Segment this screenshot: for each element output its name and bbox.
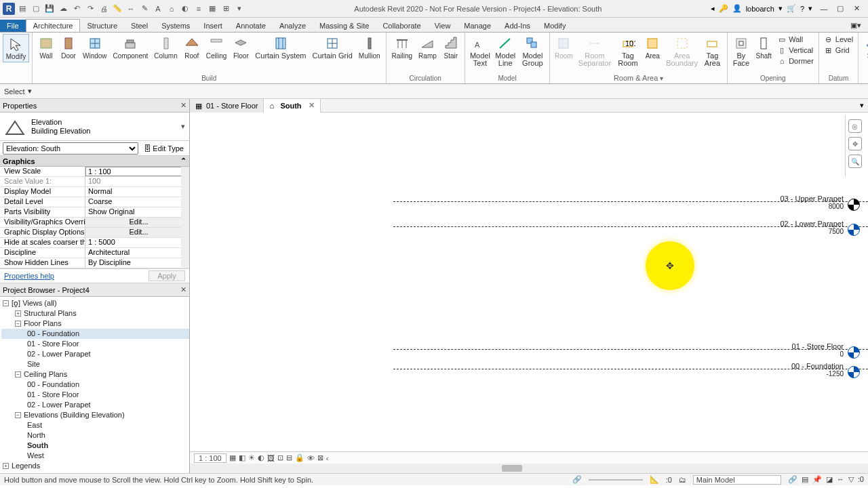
navigation-bar[interactable]: ◎ ✥ 🔍 bbox=[845, 115, 864, 176]
properties-close-icon[interactable]: ✕ bbox=[180, 101, 186, 110]
level-label[interactable]: 02 - Lower Parapet7500 bbox=[780, 220, 844, 235]
window-button[interactable]: Window bbox=[80, 34, 110, 61]
view-tab-store-floor[interactable]: ▦ 01 - Store Floor bbox=[190, 99, 264, 113]
qat-section-icon[interactable]: ◐ bbox=[179, 3, 191, 15]
tree-node[interactable]: 02 - Lower Parapet bbox=[1, 349, 189, 359]
qat-close-hidden-icon[interactable]: ▦ bbox=[206, 3, 218, 15]
select-panel[interactable]: Select▾ bbox=[0, 84, 868, 99]
prop-row[interactable]: Show Hidden LinesBy Discipline bbox=[0, 258, 189, 268]
editable-only-icon[interactable]: 📐 bbox=[650, 475, 659, 484]
tab-annotate[interactable]: Annotate bbox=[229, 20, 273, 32]
appstore-icon[interactable]: 🛒 bbox=[787, 4, 796, 13]
tree-node[interactable]: 01 - Store Floor bbox=[1, 339, 189, 349]
by-face-button[interactable]: By Face bbox=[730, 34, 752, 68]
qat-text-icon[interactable]: A bbox=[152, 3, 164, 15]
detail-level-icon[interactable]: ▦ bbox=[229, 453, 236, 462]
tree-node[interactable]: North bbox=[1, 430, 189, 441]
level-marker-icon[interactable] bbox=[848, 346, 860, 359]
help-dd-icon[interactable]: ▾ bbox=[808, 4, 812, 13]
tab-structure[interactable]: Structure bbox=[80, 20, 124, 32]
tree-node[interactable]: +Schedules/Quantities (all) bbox=[1, 471, 189, 473]
filter-icon[interactable]: ▽ bbox=[848, 475, 854, 484]
level-marker-icon[interactable] bbox=[848, 224, 860, 236]
tab-insert[interactable]: Insert bbox=[197, 20, 229, 32]
user-dd-icon[interactable]: ▾ bbox=[778, 4, 783, 13]
type-selector[interactable]: Elevation Building Elevation ▾ bbox=[0, 113, 189, 141]
properties-header[interactable]: Properties ✕ bbox=[0, 99, 189, 113]
tab-architecture[interactable]: Architecture bbox=[26, 19, 81, 32]
revit-logo-icon[interactable]: R bbox=[3, 3, 15, 15]
lock-3d-icon[interactable]: 🔒 bbox=[295, 453, 304, 462]
prop-row[interactable]: Display ModelNormal bbox=[0, 187, 189, 197]
full-nav-wheel-icon[interactable]: ◎ bbox=[848, 119, 862, 133]
maximize-button[interactable]: ▢ bbox=[833, 3, 848, 14]
tree-node[interactable]: −Floor Plans bbox=[1, 319, 189, 329]
opening-wall-button[interactable]: ▭Wall bbox=[775, 34, 816, 45]
tree-node[interactable]: 00 - Foundation bbox=[1, 380, 189, 390]
prop-category-graphics[interactable]: Graphics⌃ bbox=[0, 156, 189, 167]
select-face-icon[interactable]: ◪ bbox=[826, 475, 833, 484]
opening-vertical-button[interactable]: ▯Vertical bbox=[775, 45, 816, 56]
tag-area-button[interactable]: Tag Area bbox=[701, 34, 724, 68]
close-button[interactable]: ✕ bbox=[849, 3, 864, 14]
tree-node[interactable]: 02 - Lower Parapet bbox=[1, 400, 189, 410]
tree-node[interactable]: West bbox=[1, 451, 189, 461]
tree-node[interactable]: 01 - Store Floor bbox=[1, 390, 189, 400]
tab-steel[interactable]: Steel bbox=[124, 20, 155, 32]
qat-tag-icon[interactable]: ✎ bbox=[138, 3, 151, 15]
zoom-tool-icon[interactable]: 🔍 bbox=[848, 155, 862, 168]
qat-aligned-dim-icon[interactable]: ↔ bbox=[125, 3, 137, 15]
wall-button[interactable]: Wall bbox=[35, 34, 57, 61]
prop-row[interactable]: Graphic Display OptionsEdit... bbox=[0, 228, 189, 238]
crop-view-icon[interactable]: ⊡ bbox=[277, 453, 283, 462]
floor-button[interactable]: Floor bbox=[230, 34, 252, 61]
tab-view[interactable]: View bbox=[428, 20, 458, 32]
tab-systems[interactable]: Systems bbox=[155, 20, 197, 32]
infocenter-back-icon[interactable]: ◂ bbox=[711, 4, 715, 13]
select-links-icon[interactable]: 🔗 bbox=[788, 475, 797, 484]
qat-3d-icon[interactable]: ⌂ bbox=[165, 3, 178, 15]
tab-file[interactable]: File bbox=[0, 20, 26, 32]
level-marker-icon[interactable] bbox=[848, 199, 860, 211]
ribbon-collapse-icon[interactable]: ▣▾ bbox=[844, 19, 868, 32]
tree-node[interactable]: 00 - Foundation bbox=[1, 329, 189, 339]
tree-node[interactable]: Site bbox=[1, 359, 189, 369]
qat-save-icon[interactable]: 💾 bbox=[43, 3, 56, 15]
level-marker-icon[interactable] bbox=[848, 366, 860, 378]
set-workplane-button[interactable]: Set bbox=[861, 34, 868, 61]
prop-row[interactable]: Parts VisibilityShow Original bbox=[0, 207, 189, 218]
prop-row[interactable]: Visibility/Graphics OverridesEdit... bbox=[0, 218, 189, 228]
minimize-button[interactable]: — bbox=[816, 3, 831, 14]
prop-row[interactable]: Scale Value 1:100 bbox=[0, 177, 189, 187]
help-icon[interactable]: ? bbox=[800, 5, 804, 13]
browser-header[interactable]: Project Browser - Project4 ✕ bbox=[0, 283, 189, 297]
prop-row[interactable]: Hide at scales coarser than1 : 5000 bbox=[0, 238, 189, 248]
user-icon[interactable]: 👤 bbox=[732, 4, 742, 13]
view-tabs-overflow-icon[interactable]: ▾ bbox=[856, 101, 868, 110]
column-button[interactable]: Column bbox=[151, 34, 180, 61]
curtain-system-button[interactable]: Curtain System bbox=[252, 34, 309, 61]
qat-thinlines-icon[interactable]: ≡ bbox=[193, 3, 205, 15]
crop-region-icon[interactable]: ⊟ bbox=[286, 453, 292, 462]
tree-node[interactable]: +Structural Plans bbox=[1, 308, 189, 319]
select-underlay-icon[interactable]: ▤ bbox=[802, 475, 808, 484]
curtain-grid-button[interactable]: Curtain Grid bbox=[310, 34, 355, 61]
qat-dd-icon[interactable]: ▾ bbox=[233, 3, 245, 15]
apply-button[interactable]: Apply bbox=[149, 270, 185, 281]
tree-node[interactable]: +Legends bbox=[1, 461, 189, 471]
roof-button[interactable]: Roof bbox=[181, 34, 203, 61]
model-group-button[interactable]: Model Group bbox=[519, 34, 547, 68]
tree-node[interactable]: South bbox=[1, 441, 189, 451]
browser-close-icon[interactable]: ✕ bbox=[180, 285, 186, 294]
view-tab-close-icon[interactable]: ✕ bbox=[309, 101, 315, 110]
worksets-icon[interactable]: 🔗 bbox=[572, 475, 582, 484]
design-options-combo[interactable]: Main Model bbox=[693, 475, 781, 485]
qat-open-icon[interactable]: ▤ bbox=[16, 3, 28, 15]
qat-redo-icon[interactable]: ↷ bbox=[84, 3, 96, 15]
select-pinned-icon[interactable]: 📌 bbox=[812, 475, 822, 484]
tab-massing-site[interactable]: Massing & Site bbox=[313, 20, 376, 32]
tree-node[interactable]: −[o̱] Views (all) bbox=[1, 298, 189, 308]
shaft-button[interactable]: Shaft bbox=[753, 34, 774, 61]
infocenter-keyword-icon[interactable]: 🔑 bbox=[719, 4, 728, 13]
tab-addins[interactable]: Add-Ins bbox=[498, 20, 537, 32]
